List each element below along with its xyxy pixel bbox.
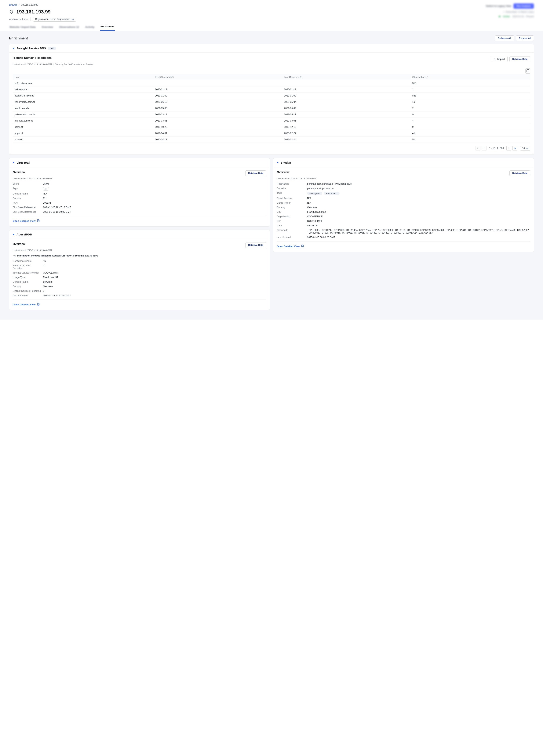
abuseipdb-meta: Last retrieved 2025-01-15 16:26:40 GMT xyxy=(13,249,266,251)
info-icon xyxy=(13,255,16,257)
header-actions-blurred: Switch to Legacy View Run Analysis ☆ Sub… xyxy=(486,3,534,18)
page-size-selector[interactable]: 10 xyxy=(520,146,530,151)
card-title: Shodan xyxy=(281,161,291,164)
card-title: AbuseIPDB xyxy=(16,233,32,236)
pagination: 1 - 10 of 1000 10 xyxy=(13,146,530,151)
tag-pill: eol-product xyxy=(324,192,340,195)
retrieve-data-button[interactable]: Retrieve Data xyxy=(245,170,266,176)
card-virustotal: VirusTotal Overview Retrieve Data Last r… xyxy=(9,158,270,227)
organization-selector-label: Organization: Demo Organization xyxy=(35,18,70,20)
tab-activity[interactable]: Activity xyxy=(85,24,95,31)
card-farsight: Farsight Passive DNS 1000 Historic Domai… xyxy=(9,44,534,155)
organization-selector[interactable]: Organization: Demo Organization xyxy=(33,17,76,22)
breadcrumb: Browse / 193.161.193.99 xyxy=(9,3,534,6)
expand-all-button[interactable]: Expand All xyxy=(516,35,534,41)
open-detailed-view-link[interactable]: Open Detailed View xyxy=(13,220,35,222)
retrieve-data-button[interactable]: Retrieve Data xyxy=(245,242,266,248)
page-range: 1 - 10 of 1000 xyxy=(488,147,505,150)
table-row[interactable]: mumble.cqncx.cc2020-03-052020-03-054 xyxy=(13,118,530,124)
page-prev-button[interactable] xyxy=(482,146,487,151)
open-detailed-view-link[interactable]: Open Detailed View xyxy=(277,245,300,248)
retrieve-data-button[interactable]: Retrieve Data xyxy=(509,56,530,62)
page-next-button[interactable] xyxy=(506,146,511,151)
breadcrumb-current: 193.161.193.99 xyxy=(21,3,38,6)
collapse-all-button[interactable]: Collapse All xyxy=(495,35,514,41)
section-title: Enrichment xyxy=(9,36,28,40)
retrieve-data-button[interactable]: Retrieve Data xyxy=(509,170,530,176)
document-icon xyxy=(37,219,40,223)
tag-pill: self-signed xyxy=(307,192,322,195)
column-config-button[interactable] xyxy=(525,68,530,74)
tab-overview[interactable]: Overview xyxy=(41,24,53,31)
tag-chip: tor xyxy=(43,187,49,191)
table-row[interactable]: fourflix.com.br2021-05-082021-05-092 xyxy=(13,105,530,111)
document-icon xyxy=(37,303,40,306)
card-title: VirusTotal xyxy=(16,161,30,164)
download-icon xyxy=(494,58,496,60)
chevron-down-icon xyxy=(71,18,74,20)
table-row[interactable]: cam5.cf2019-10-202019-12-169 xyxy=(13,124,530,130)
collapse-icon xyxy=(13,234,15,235)
farsight-subtitle: Historic Domain Resolutions xyxy=(13,56,52,59)
page-title: 193.161.193.99 xyxy=(16,9,51,15)
table-row[interactable]: ns01.sikuru.store313 xyxy=(13,80,530,86)
table-row[interactable]: xserver.mr-alex.be2019-01-092019-01-0986… xyxy=(13,93,530,99)
result-count-badge: 1000 xyxy=(48,47,56,50)
card-abuseipdb: AbuseIPDB Overview Retrieve Data Last re… xyxy=(9,230,270,310)
location-pin-icon xyxy=(9,10,14,14)
collapse-icon xyxy=(13,48,15,49)
farsight-meta: Last retrieved 2025-01-15 16:26:40 GMT|S… xyxy=(13,63,530,65)
col-host[interactable]: Host xyxy=(13,74,153,80)
card-abuseipdb-header[interactable]: AbuseIPDB xyxy=(9,230,270,239)
abuseipdb-notice: Information below is limited to AbuseIPD… xyxy=(13,254,266,257)
collapse-icon xyxy=(13,162,15,163)
col-observations[interactable]: Observations xyxy=(410,74,530,80)
breadcrumb-root[interactable]: Browse xyxy=(9,3,17,6)
svg-point-0 xyxy=(11,11,12,12)
card-farsight-header[interactable]: Farsight Passive DNS 1000 xyxy=(9,44,534,53)
card-shodan: Shodan Overview Retrieve Data Last retri… xyxy=(273,158,534,252)
tab-import[interactable]: Website / Import Data xyxy=(9,24,36,31)
tab-observations[interactable]: Observations 12 xyxy=(59,24,79,31)
shodan-subtitle: Overview xyxy=(277,170,290,174)
table-row[interactable]: paixaozinhu.com.br2023-03-182023-05-119 xyxy=(13,111,530,118)
import-button[interactable]: Import xyxy=(491,56,508,62)
table-row[interactable]: screw.cf2020-04-132022-02-2451 xyxy=(13,136,530,143)
table-row[interactable]: heimat.co.at2025-01-122025-01-122 xyxy=(13,86,530,93)
info-icon[interactable] xyxy=(300,76,302,78)
table-row[interactable]: angel.cf2019-04-012020-02-2441 xyxy=(13,130,530,136)
card-shodan-header[interactable]: Shodan xyxy=(273,158,534,167)
tab-enrichment[interactable]: Enrichment xyxy=(100,23,115,31)
chevron-down-icon xyxy=(526,147,528,149)
info-icon[interactable] xyxy=(427,76,429,78)
abuseipdb-subtitle: Overview xyxy=(13,242,25,245)
farsight-table: Host First Observed Last Observed Observ… xyxy=(13,74,530,143)
document-icon xyxy=(301,245,304,248)
card-virustotal-header[interactable]: VirusTotal xyxy=(9,158,270,167)
info-icon[interactable] xyxy=(171,76,174,78)
page-first-button[interactable] xyxy=(476,146,480,151)
card-title: Farsight Passive DNS xyxy=(16,47,46,50)
shodan-meta: Last retrieved 2025-01-15 16:26:44 GMT xyxy=(277,177,530,180)
collapse-icon xyxy=(277,162,279,163)
tabs: Website / Import Data Overview Observati… xyxy=(9,23,534,31)
col-first-observed[interactable]: First Observed xyxy=(153,74,282,80)
indicator-type-label: Address Indicator xyxy=(9,18,28,21)
table-row[interactable]: vpn.evoplay.com.br2022-06-162023-05-0410 xyxy=(13,99,530,105)
col-last-observed[interactable]: Last Observed xyxy=(282,74,410,80)
page-last-button[interactable] xyxy=(512,146,517,151)
virustotal-subtitle: Overview xyxy=(13,170,25,174)
open-detailed-view-link[interactable]: Open Detailed View xyxy=(13,303,35,306)
virustotal-meta: Last retrieved 2025-01-15 16:26:40 GMT xyxy=(13,177,266,180)
